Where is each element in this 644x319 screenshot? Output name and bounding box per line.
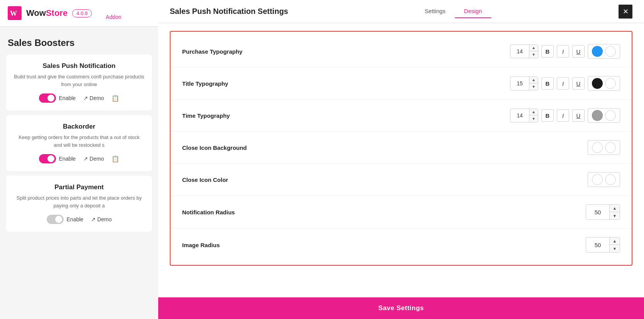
image-radius-up[interactable]: ▲ bbox=[610, 237, 620, 245]
addon-link[interactable]: Addon bbox=[98, 8, 121, 20]
notification-radius-down[interactable]: ▼ bbox=[610, 212, 620, 220]
card-title-backorder: Backorder bbox=[14, 123, 144, 131]
card-desc-sales-push: Build trust and give the customers confi… bbox=[14, 73, 144, 88]
settings-panel: Purchase Typography ▲ ▼ B I U bbox=[170, 31, 632, 266]
time-font-size-up[interactable]: ▲ bbox=[529, 109, 538, 115]
card-partial-payment: Partial Payment Split product prices int… bbox=[6, 176, 152, 232]
notification-radius-controls: ▲ ▼ bbox=[586, 204, 620, 220]
demo-link[interactable]: ↗ Demo bbox=[83, 95, 104, 101]
image-radius-controls: ▲ ▼ bbox=[586, 237, 620, 253]
modal-tabs: Settings Design bbox=[415, 5, 491, 18]
time-italic-button[interactable]: I bbox=[557, 109, 569, 122]
demo-link-partial[interactable]: ↗ Demo bbox=[91, 216, 112, 222]
sidebar-header: W WowStore 4.0.9 Addon bbox=[0, 0, 158, 27]
enable-label-partial: Enable bbox=[67, 216, 84, 222]
external-link-icon-partial: ↗ bbox=[91, 216, 96, 222]
purchase-bold-button[interactable]: B bbox=[541, 45, 554, 58]
title-font-size-input[interactable]: ▲ ▼ bbox=[510, 76, 538, 90]
purchase-underline-button[interactable]: U bbox=[572, 45, 585, 58]
sidebar-title: Sales Boosters bbox=[0, 30, 158, 54]
purchase-font-size-up[interactable]: ▲ bbox=[529, 44, 538, 51]
enable-label-backorder: Enable bbox=[59, 156, 76, 162]
notification-radius-arrows: ▲ ▼ bbox=[609, 204, 620, 220]
time-underline-button[interactable]: U bbox=[572, 109, 585, 122]
purchase-color-primary[interactable] bbox=[592, 46, 603, 57]
close-bg-color-primary[interactable] bbox=[592, 142, 603, 153]
doc-icon[interactable]: 📋 bbox=[112, 95, 119, 102]
save-bar: Save Settings bbox=[158, 297, 644, 319]
purchase-color-picker[interactable] bbox=[588, 44, 620, 59]
title-font-size-down[interactable]: ▼ bbox=[529, 83, 538, 90]
title-bold-button[interactable]: B bbox=[541, 77, 554, 90]
purchase-font-size-input[interactable]: ▲ ▼ bbox=[510, 44, 538, 58]
purchase-font-size-value[interactable] bbox=[510, 48, 529, 54]
time-font-size-arrows: ▲ ▼ bbox=[529, 109, 538, 122]
close-icon-background-label: Close Icon Background bbox=[182, 144, 247, 151]
purchase-color-secondary[interactable] bbox=[605, 46, 616, 57]
logo-text: WowStore bbox=[26, 8, 68, 18]
notification-radius-row: Notification Radius ▲ ▼ bbox=[171, 196, 632, 229]
modal-title: Sales Push Notification Settings bbox=[170, 7, 288, 16]
close-icon-color-controls bbox=[588, 172, 620, 187]
purchase-typography-label: Purchase Typography bbox=[182, 48, 242, 55]
demo-link-backorder[interactable]: ↗ Demo bbox=[83, 156, 104, 162]
card-desc-backorder: Keep getting orders for the products tha… bbox=[14, 134, 144, 149]
title-italic-button[interactable]: I bbox=[557, 77, 569, 90]
title-color-picker[interactable] bbox=[588, 76, 620, 91]
time-font-size-value[interactable] bbox=[510, 112, 529, 119]
time-color-secondary[interactable] bbox=[605, 110, 616, 121]
close-color-secondary[interactable] bbox=[605, 174, 616, 185]
card-title-sales-push: Sales Push Notification bbox=[14, 62, 144, 70]
title-font-size-value[interactable] bbox=[510, 80, 529, 87]
title-color-primary[interactable] bbox=[592, 78, 603, 89]
modal-close-button[interactable]: ✕ bbox=[619, 5, 632, 19]
time-color-primary[interactable] bbox=[592, 110, 603, 121]
enable-toggle-backorder[interactable] bbox=[39, 154, 56, 163]
tab-design[interactable]: Design bbox=[455, 5, 492, 18]
title-typography-row: Title Typography ▲ ▼ B I U bbox=[171, 68, 632, 100]
card-title-partial-payment: Partial Payment bbox=[14, 183, 144, 191]
purchase-typography-controls: ▲ ▼ B I U bbox=[510, 44, 620, 59]
enable-toggle-wrap-partial: Enable bbox=[47, 215, 84, 224]
image-radius-down[interactable]: ▼ bbox=[610, 245, 620, 253]
image-radius-input[interactable]: ▲ ▼ bbox=[586, 237, 620, 253]
close-color-primary[interactable] bbox=[592, 174, 603, 185]
image-radius-value[interactable] bbox=[586, 242, 609, 248]
title-color-secondary[interactable] bbox=[605, 78, 616, 89]
modal-body: Purchase Typography ▲ ▼ B I U bbox=[158, 23, 644, 297]
time-color-picker[interactable] bbox=[588, 108, 620, 123]
title-font-size-up[interactable]: ▲ bbox=[529, 76, 538, 83]
enable-toggle-partial[interactable] bbox=[47, 215, 64, 224]
sidebar-content: Sales Boosters Sales Push Notification B… bbox=[0, 27, 158, 232]
close-color-picker[interactable] bbox=[588, 172, 620, 187]
purchase-font-size-down[interactable]: ▼ bbox=[529, 51, 538, 58]
save-settings-button[interactable]: Save Settings bbox=[379, 304, 424, 312]
sidebar: W WowStore 4.0.9 Addon Sales Boosters Sa… bbox=[0, 0, 158, 319]
enable-toggle-wrap-backorder: Enable bbox=[39, 154, 76, 163]
time-font-size-down[interactable]: ▼ bbox=[529, 115, 538, 122]
title-typography-controls: ▲ ▼ B I U bbox=[510, 76, 620, 91]
close-bg-color-picker[interactable] bbox=[588, 140, 620, 155]
card-sales-push: Sales Push Notification Build trust and … bbox=[6, 54, 152, 110]
tab-settings[interactable]: Settings bbox=[415, 5, 455, 18]
time-font-size-input[interactable]: ▲ ▼ bbox=[510, 109, 538, 122]
image-radius-row: Image Radius ▲ ▼ bbox=[171, 229, 632, 261]
purchase-typography-row: Purchase Typography ▲ ▼ B I U bbox=[171, 36, 632, 68]
enable-label: Enable bbox=[59, 95, 76, 101]
external-link-icon-backorder: ↗ bbox=[83, 156, 88, 162]
card-actions-backorder: Enable ↗ Demo 📋 bbox=[14, 154, 144, 163]
purchase-italic-button[interactable]: I bbox=[557, 45, 569, 58]
card-actions-partial-payment: Enable ↗ Demo bbox=[14, 215, 144, 224]
close-icon-color-label: Close Icon Color bbox=[182, 176, 228, 183]
doc-icon-backorder[interactable]: 📋 bbox=[112, 155, 119, 163]
enable-toggle[interactable] bbox=[39, 93, 56, 103]
time-bold-button[interactable]: B bbox=[541, 109, 554, 122]
notification-radius-up[interactable]: ▲ bbox=[610, 204, 620, 212]
card-desc-partial-payment: Split product prices into parts and let … bbox=[14, 194, 144, 209]
notification-radius-input[interactable]: ▲ ▼ bbox=[586, 204, 620, 220]
title-font-size-arrows: ▲ ▼ bbox=[529, 76, 538, 90]
time-typography-label: Time Typography bbox=[182, 112, 230, 119]
close-bg-color-secondary[interactable] bbox=[605, 142, 616, 153]
title-underline-button[interactable]: U bbox=[572, 77, 585, 90]
notification-radius-value[interactable] bbox=[586, 209, 609, 215]
